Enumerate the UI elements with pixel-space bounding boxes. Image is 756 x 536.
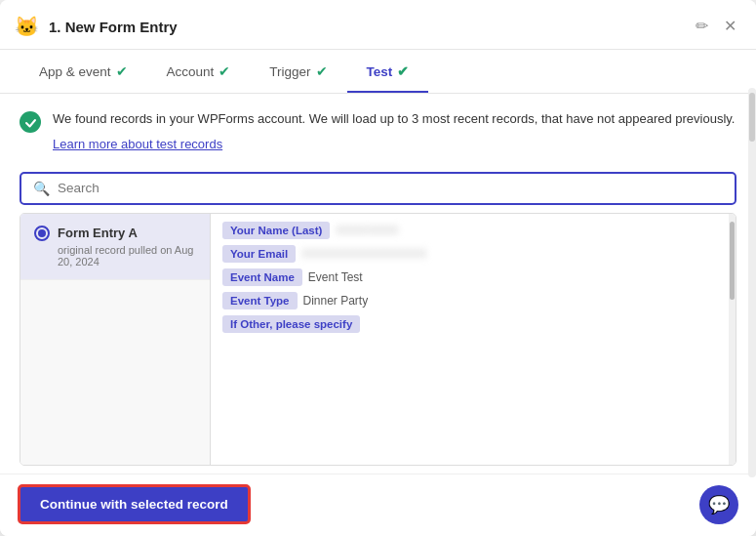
search-box: 🔍 <box>20 172 736 205</box>
info-check-icon <box>20 111 41 133</box>
content-area: We found records in your WPForms account… <box>0 94 756 474</box>
tab-app-event[interactable]: App & event ✔ <box>20 50 147 93</box>
tab-account-label: Account <box>167 64 215 79</box>
record-item[interactable]: Form Entry A original record pulled on A… <box>20 214 210 280</box>
search-input[interactable] <box>58 181 723 195</box>
info-text: We found records in your WPForms account… <box>53 109 735 129</box>
modal-title: 1. New Form Entry <box>49 19 178 35</box>
detail-value-last-name: XXXXXXXX <box>336 224 398 237</box>
modal-header: 🐱 1. New Form Entry ✏ ✕ <box>0 0 756 50</box>
detail-label-email: Your Email <box>222 245 296 263</box>
detail-label-event-type: Event Type <box>222 292 298 309</box>
panel-scrollbar-track <box>729 214 736 466</box>
tab-trigger-label: Trigger <box>269 64 310 79</box>
detail-row-other: If Other, please specify <box>222 315 724 333</box>
modal-header-actions: ✏ ✕ <box>694 17 738 36</box>
detail-row-event-type: Event Type Dinner Party <box>222 292 724 309</box>
close-button[interactable]: ✕ <box>722 17 738 36</box>
tab-app-event-label: App & event <box>39 64 111 79</box>
footer: Continue with selected record 💬 <box>0 474 756 536</box>
modal-title-row: 🐱 1. New Form Entry <box>14 14 178 39</box>
detail-value-event-type: Dinner Party <box>303 294 369 308</box>
app-icon: 🐱 <box>14 14 39 39</box>
detail-row-last-name: Your Name (Last) XXXXXXXX <box>222 222 724 239</box>
records-list: Form Entry A original record pulled on A… <box>20 214 211 466</box>
info-banner: We found records in your WPForms account… <box>0 94 756 162</box>
detail-row-email: Your Email XXXXXXXXXXXXXXXX <box>222 245 724 263</box>
learn-more-link[interactable]: Learn more about test records <box>53 137 222 151</box>
tab-app-event-check: ✔ <box>116 63 128 79</box>
record-detail: Your Name (Last) XXXXXXXX Your Email XXX… <box>211 214 736 466</box>
record-sub: original record pulled on Aug 20, 2024 <box>34 244 196 268</box>
detail-row-event-name: Event Name Event Test <box>222 268 724 286</box>
tabs-bar: App & event ✔ Account ✔ Trigger ✔ Test ✔ <box>0 50 756 94</box>
detail-value-event-name: Event Test <box>308 270 363 284</box>
search-icon: 🔍 <box>33 181 50 196</box>
records-panel: Form Entry A original record pulled on A… <box>20 213 736 467</box>
detail-label-event-name: Event Name <box>222 268 302 286</box>
outer-scrollbar-track <box>748 88 756 477</box>
modal-container: 🐱 1. New Form Entry ✏ ✕ App & event ✔ Ac… <box>0 0 756 536</box>
search-container: 🔍 <box>0 162 756 213</box>
tab-test[interactable]: Test ✔ <box>347 50 429 93</box>
record-radio <box>34 226 50 241</box>
tab-test-check: ✔ <box>397 63 409 79</box>
continue-button[interactable]: Continue with selected record <box>18 484 251 524</box>
info-text-block: We found records in your WPForms account… <box>53 109 735 152</box>
tab-trigger[interactable]: Trigger ✔ <box>250 50 346 93</box>
record-name: Form Entry A <box>58 226 138 240</box>
tab-account[interactable]: Account ✔ <box>147 50 251 93</box>
support-button[interactable]: 💬 <box>699 485 738 524</box>
detail-label-other: If Other, please specify <box>222 315 360 333</box>
tab-account-check: ✔ <box>219 63 230 79</box>
detail-label-last-name: Your Name (Last) <box>222 222 330 239</box>
tab-test-label: Test <box>367 64 393 79</box>
tab-trigger-check: ✔ <box>316 63 328 79</box>
support-icon: 💬 <box>708 494 730 515</box>
panel-scrollbar-thumb <box>730 222 735 300</box>
edit-button[interactable]: ✏ <box>694 17 710 36</box>
outer-scrollbar-thumb <box>749 93 755 142</box>
record-item-header: Form Entry A <box>34 226 196 241</box>
detail-value-email: XXXXXXXXXXXXXXXX <box>301 247 426 261</box>
